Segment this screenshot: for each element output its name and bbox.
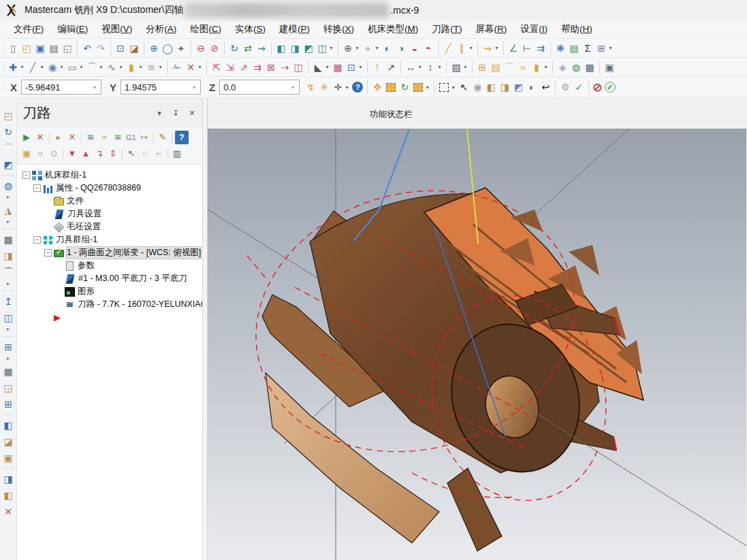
gview-front-icon[interactable]: ◨: [288, 41, 302, 56]
menu-m[interactable]: 机床类型(M): [361, 20, 425, 38]
wcs-globe-icon[interactable]: ⊕▾: [341, 41, 361, 56]
dropdown-arrow-icon[interactable]: ▾: [468, 45, 474, 51]
select-play-icon[interactable]: ▶: [20, 131, 33, 144]
axis-snap-icon[interactable]: ✛▾: [331, 80, 351, 95]
toolpath-play-icon[interactable]: ▸: [52, 131, 65, 144]
surf-extrude-icon[interactable]: ▮▾: [530, 60, 550, 75]
solid-push-icon[interactable]: ↥: [1, 293, 16, 310]
rect-create-icon[interactable]: ▭▾: [65, 60, 85, 75]
post-process-icon[interactable]: ↦: [138, 131, 151, 144]
tree-row[interactable]: 图形: [22, 285, 202, 298]
analyze-entity-icon[interactable]: ∠: [507, 41, 520, 56]
select-quad-icon[interactable]: ◧: [1, 417, 16, 433]
tree-row[interactable]: −机床群组-1: [22, 169, 202, 182]
solid-history-icon[interactable]: ◈: [556, 60, 569, 75]
clip-rotate-icon[interactable]: ↻: [1, 124, 16, 140]
menu-p[interactable]: 建模(P): [272, 20, 317, 38]
undo-icon[interactable]: ↶: [80, 41, 94, 56]
shading-sphere-icon[interactable]: ●▾: [361, 41, 381, 56]
tree-row[interactable]: 毛坯设置: [22, 220, 202, 233]
select-toolpath-icon[interactable]: ↖: [125, 147, 138, 161]
window-grid-icon[interactable]: ⊞: [1, 396, 16, 412]
expander-icon[interactable]: ▸: [1, 218, 16, 227]
expander-icon[interactable]: ▸: [1, 355, 16, 363]
dropdown-arrow-icon[interactable]: ▾: [19, 64, 25, 70]
menu-f[interactable]: 文件(F): [7, 20, 50, 38]
dropdown-arrow-icon[interactable]: ▾: [607, 45, 614, 51]
menu-s[interactable]: 实体(S): [228, 20, 272, 38]
y-coordinate-input[interactable]: [121, 80, 189, 94]
solid-cube-icon[interactable]: ▩: [583, 60, 597, 75]
shade-wireframe-icon[interactable]: ◐: [381, 41, 394, 56]
menu-e[interactable]: 编辑(E): [50, 20, 95, 38]
pick-mixed-icon[interactable]: ◐: [525, 80, 539, 95]
zoom-window-icon[interactable]: ◯: [161, 41, 174, 56]
print-icon[interactable]: ▤: [47, 41, 61, 56]
xform-mirror-icon[interactable]: ◫: [291, 60, 305, 75]
dropdown-arrow-icon[interactable]: ▾: [462, 64, 468, 70]
save-icon[interactable]: ▣: [33, 41, 47, 56]
circle-create-icon[interactable]: ◉▾: [46, 60, 65, 75]
layout-grid-icon[interactable]: ⊞▾: [594, 41, 614, 56]
last-selection-icon[interactable]: ↩: [539, 80, 552, 95]
dropdown-arrow-icon[interactable]: ▾: [543, 64, 549, 70]
dropdown-arrow-icon[interactable]: ▾: [324, 64, 330, 70]
expander-icon[interactable]: ▸: [1, 280, 16, 289]
note-create-icon[interactable]: !: [370, 60, 384, 75]
dropdown-arrow-icon[interactable]: ▾: [436, 64, 443, 70]
menu-a[interactable]: 分析(A): [139, 20, 183, 38]
repaint-icon[interactable]: ◪: [127, 41, 141, 56]
cube-cursor-icon[interactable]: ◪: [1, 433, 16, 450]
surf-revolve-icon[interactable]: ⌒: [503, 60, 516, 75]
leader-create-icon[interactable]: ↗: [384, 60, 398, 75]
zoom-target-icon[interactable]: ⊕: [147, 41, 161, 56]
solid-pair-icon[interactable]: ◫: [1, 310, 16, 326]
dropdown-arrow-icon[interactable]: ▾: [98, 64, 104, 70]
tree-row[interactable]: −刀具群组-1: [22, 233, 202, 246]
sigma-calc-icon[interactable]: Σ: [581, 41, 594, 56]
move-up-icon[interactable]: ▲: [79, 147, 93, 161]
dropdown-arrow-icon[interactable]: ▾: [328, 45, 334, 51]
solid-layout-icon[interactable]: ▣: [603, 60, 616, 75]
solid-pick-icon[interactable]: ◩: [1, 157, 16, 173]
surf-sweep-icon[interactable]: ≈: [516, 60, 530, 75]
fillet-create-icon[interactable]: ⌒▾: [85, 60, 105, 75]
dropdown-arrow-icon[interactable]: ▾: [357, 64, 364, 70]
menu-c[interactable]: 绘图(C): [183, 20, 228, 38]
dropdown-arrow-icon[interactable]: ▾: [39, 64, 45, 70]
dropdown-arrow-icon[interactable]: ▾: [197, 64, 203, 70]
tree-row[interactable]: ≋刀路 - 7.7K - 160702-YELUNXIAO.NC: [22, 298, 202, 311]
select-all-icon[interactable]: ✥: [370, 80, 384, 95]
dropdown-arrow-icon[interactable]: ▾: [59, 64, 65, 70]
accept-all-icon[interactable]: ✓: [603, 80, 617, 95]
pick-face-icon[interactable]: ◧: [484, 80, 498, 95]
dropdown-arrow-icon[interactable]: ▾: [118, 64, 124, 70]
y-dropdown-icon[interactable]: ▾: [189, 84, 199, 90]
frame-bound-icon[interactable]: ⊞: [1, 339, 16, 355]
book-edit-alt-icon[interactable]: ◧: [1, 487, 16, 504]
solid-extrude-icon[interactable]: ◍: [1, 178, 16, 194]
dropdown-arrow-icon[interactable]: ▾: [494, 45, 500, 51]
z-dropdown-icon[interactable]: ▾: [288, 84, 298, 90]
zoom-selected-icon[interactable]: ⌖: [174, 41, 188, 56]
shade-off-icon[interactable]: ◒: [408, 41, 422, 56]
xform-array-icon[interactable]: ⇉: [251, 60, 264, 75]
trim-icon[interactable]: ✁: [170, 60, 184, 75]
dim-vertical-icon[interactable]: ↕▾: [424, 60, 443, 75]
insert-position-marker[interactable]: ▶: [22, 311, 202, 324]
attr-line-width-icon[interactable]: ∥▾: [455, 41, 475, 56]
surface-create-icon[interactable]: ≋▾: [144, 60, 164, 75]
circle-select-icon[interactable]: ○: [138, 147, 152, 161]
curve-create-icon[interactable]: ⌒: [1, 140, 16, 157]
chamfer-icon[interactable]: ◣▾: [311, 60, 331, 75]
surf-flat-icon[interactable]: ▤: [489, 60, 503, 75]
menu-h[interactable]: 帮助(H): [554, 20, 599, 38]
x-coordinate-input[interactable]: [22, 80, 90, 94]
regen-selected-icon[interactable]: ≈: [97, 131, 111, 144]
autocursor-bolt-icon[interactable]: ↯: [304, 80, 317, 95]
ghost-toggle-icon[interactable]: ⊙: [47, 147, 61, 161]
xform-translate-icon[interactable]: ⇱: [210, 60, 223, 75]
menu-r[interactable]: 屏幕(R): [469, 20, 514, 38]
edit-toolpath-icon[interactable]: ✎: [156, 131, 170, 144]
tree-row[interactable]: #1 - M3.00 平底刀 - 3 平底刀: [22, 272, 202, 285]
